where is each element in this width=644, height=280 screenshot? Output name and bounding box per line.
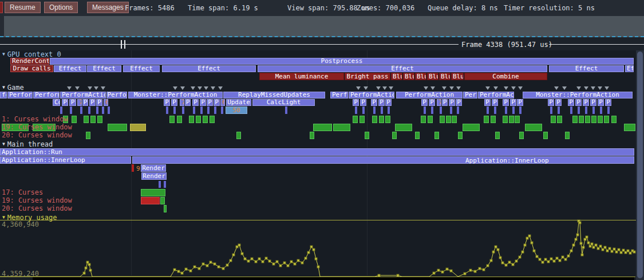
curses-zone[interactable] xyxy=(585,116,590,123)
zone-tick[interactable] xyxy=(285,107,287,114)
zone-tick[interactable] xyxy=(519,107,521,114)
messages-button[interactable]: Messages xyxy=(87,2,129,13)
zone-bar[interactable] xyxy=(132,156,634,164)
frame-marker-icon[interactable] xyxy=(204,86,208,90)
zone-bar[interactable]: P xyxy=(449,99,455,106)
gpu-postprocess-zone[interactable]: Combine xyxy=(464,73,547,80)
zone-bar[interactable]: P xyxy=(442,99,448,106)
zone-bar[interactable]: Perfo xyxy=(106,92,127,98)
curses-zone[interactable] xyxy=(579,116,584,123)
zone-bar[interactable]: ReplayMissedUpdates xyxy=(223,92,325,98)
gpu-postprocess-zone[interactable]: Mean luminance xyxy=(259,73,344,80)
curses-zone[interactable] xyxy=(428,116,433,123)
frame-separator-icon[interactable] xyxy=(124,40,125,49)
frame-marker-icon[interactable] xyxy=(94,86,98,90)
vertical-scrollbar-thumb[interactable] xyxy=(637,52,643,278)
zone-tick[interactable] xyxy=(512,107,515,114)
curses-zone[interactable] xyxy=(313,124,332,131)
frame-marker-icon[interactable] xyxy=(356,86,361,90)
zone-tick[interactable] xyxy=(373,107,376,114)
zone-bar[interactable]: 7 xyxy=(180,99,184,106)
curses-zone[interactable] xyxy=(379,116,384,123)
zone-bar[interactable]: P xyxy=(69,99,76,106)
zone-tick[interactable] xyxy=(80,107,82,114)
zone-bar[interactable]: Perform xyxy=(7,92,33,98)
curses-zone[interactable] xyxy=(395,124,412,131)
zone-bar[interactable]: Update xyxy=(226,99,251,106)
zone-bar[interactable]: P xyxy=(164,99,170,106)
curses-zone[interactable] xyxy=(611,116,617,123)
zone-tick[interactable] xyxy=(494,107,496,114)
section-header-game[interactable]: ▼Game xyxy=(2,84,24,92)
curses-zone[interactable] xyxy=(565,132,570,139)
curses-zone[interactable] xyxy=(452,116,457,123)
zone-tick[interactable] xyxy=(70,107,72,114)
curses-zone[interactable] xyxy=(177,116,182,123)
options-button[interactable]: Options xyxy=(44,2,78,13)
zone-bar[interactable]: Perfc xyxy=(330,92,348,98)
zone-tick[interactable] xyxy=(457,107,459,114)
zone-bar[interactable]: P xyxy=(568,99,574,106)
curses-zone[interactable] xyxy=(598,116,603,123)
zone-tick-red[interactable] xyxy=(132,164,134,172)
frame-marker-icon[interactable] xyxy=(485,86,490,90)
zone-bar[interactable]: Effect xyxy=(54,65,86,72)
curses-zone[interactable] xyxy=(434,132,439,139)
zone-bar[interactable]: P xyxy=(385,99,392,106)
zone-tick[interactable] xyxy=(450,107,452,114)
zone-bar[interactable]: P xyxy=(598,99,604,106)
curses-zone[interactable] xyxy=(604,116,609,123)
gpu-postprocess-zone[interactable]: Blur xyxy=(427,73,438,80)
row-label-box[interactable]: Draw calls xyxy=(10,65,53,72)
thread-label-20-curses-window[interactable]: 20: Curses window xyxy=(2,132,72,139)
zone-tick[interactable] xyxy=(440,107,442,114)
curses-zone[interactable] xyxy=(236,132,241,139)
zone-bar[interactable]: 6 xyxy=(220,99,225,106)
zone-bar[interactable]: PerformActic xyxy=(478,92,514,98)
zone-tick[interactable] xyxy=(182,107,184,114)
curses-zone[interactable] xyxy=(525,124,542,131)
curses-zone[interactable] xyxy=(415,132,420,139)
frame-marker-icon[interactable] xyxy=(576,86,581,90)
zone-bar[interactable]: Effect xyxy=(258,65,547,72)
zone-tick[interactable] xyxy=(431,107,433,114)
curses-zone[interactable] xyxy=(591,116,596,123)
zone-tick[interactable] xyxy=(173,107,176,114)
frame-marker-icon[interactable] xyxy=(197,86,202,90)
zone-bar[interactable]: PerformAction xyxy=(60,92,106,98)
zone-bar[interactable]: P xyxy=(171,99,177,106)
curses-zone[interactable] xyxy=(557,116,562,123)
curses-zone[interactable] xyxy=(108,124,127,131)
zone-bar[interactable]: Monster::PerformAction xyxy=(523,92,633,98)
zone-bar[interactable]: Monster::PerformAction xyxy=(128,92,223,98)
curses-zone[interactable] xyxy=(509,116,514,123)
zone-tick[interactable] xyxy=(550,107,552,114)
zone-tick[interactable] xyxy=(214,107,216,114)
curses-zone[interactable] xyxy=(72,116,77,123)
thread-label-19-curses-window[interactable]: 19: Curses window xyxy=(2,124,72,131)
thread-label-17-curses[interactable]: 17: Curses xyxy=(2,189,43,196)
zone-bar[interactable]: 6 xyxy=(104,99,108,106)
frame-marker-icon[interactable] xyxy=(598,86,602,90)
curses-zone[interactable] xyxy=(551,116,556,123)
zone-tick[interactable] xyxy=(505,107,507,114)
curses-zone[interactable] xyxy=(84,116,89,123)
curses-zone[interactable] xyxy=(359,116,365,123)
zone-tick[interactable] xyxy=(108,107,110,114)
zone-tick[interactable] xyxy=(221,107,223,114)
zone-tick[interactable] xyxy=(60,107,62,114)
zone-bar[interactable]: 7 xyxy=(437,99,441,106)
frame-marker-icon[interactable] xyxy=(493,86,498,90)
curses-zone[interactable] xyxy=(169,116,175,123)
zone-bar[interactable]: P xyxy=(484,99,491,106)
curses-zone-red[interactable] xyxy=(141,197,160,204)
zone-bar[interactable]: Ef xyxy=(625,65,634,72)
curses-zone[interactable] xyxy=(164,205,167,212)
zone-tick[interactable] xyxy=(200,107,203,114)
zone-tick[interactable] xyxy=(193,107,195,114)
zone-bar[interactable]: P xyxy=(96,99,102,106)
frame-marker-icon[interactable] xyxy=(562,86,567,90)
curses-zone[interactable] xyxy=(385,116,390,123)
thread-label-20-curses-window-main[interactable]: 20: Curses window xyxy=(2,205,72,212)
zone-bar[interactable]: Render xyxy=(141,172,167,180)
